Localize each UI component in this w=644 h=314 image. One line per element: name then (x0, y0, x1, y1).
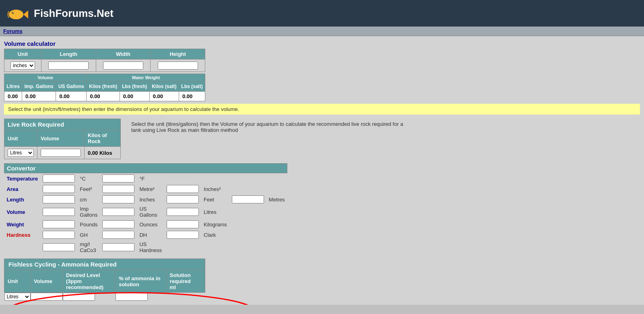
lr-volume-input[interactable] (41, 149, 81, 157)
length-inches-input[interactable] (102, 195, 134, 203)
volume-calculator-section: Volume calculator Unit Length Width Heig… (4, 40, 640, 101)
cycling-volume-input[interactable] (31, 293, 63, 301)
hardness-clark-input[interactable] (167, 231, 199, 239)
hardness-mgcaco3-unit: mg/l CaCo3 (77, 240, 100, 254)
volume-conv-label: Volume (4, 205, 41, 219)
area-feet2-cell (40, 184, 77, 194)
volume-results-table: Volume Water Weight Litres Imp. Gallons … (4, 74, 205, 101)
convertor-section: Convertor Temperature °C °F Area Feet² M… (4, 163, 640, 254)
volume-conv-row: Volume Imp Gallons US Gallons Litres (4, 205, 287, 219)
cycling-desired-cell (63, 293, 116, 301)
live-rock-section: Live Rock Required Unit Volume Kilos of … (4, 119, 640, 159)
height-input[interactable] (158, 62, 198, 70)
cycling-desired-header: Desired Level(3ppm recommended) (63, 270, 116, 293)
vol-litres-cell (164, 205, 201, 219)
hardness-dh-input[interactable] (102, 231, 134, 239)
length-inches-cell (100, 194, 137, 205)
length-header: Length (41, 49, 96, 60)
weight-pounds-input[interactable] (43, 220, 75, 228)
cycling-table: Fishless Cycling - Ammonia Required Unit… (4, 259, 205, 301)
hardness-mgcaco3-input[interactable] (43, 243, 75, 251)
cycling-pct-input[interactable] (116, 293, 148, 301)
live-rock-table-wrap: Live Rock Required Unit Volume Kilos of … (4, 119, 121, 159)
hardness-gh-unit: GH (77, 230, 100, 240)
cycling-pct-cell (116, 293, 166, 301)
cycling-title: Fishless Cycling - Ammonia Required (4, 259, 205, 270)
lr-unit-select[interactable]: Litres Gallons (8, 149, 34, 157)
length-cm-unit: cm (77, 194, 100, 205)
cycling-unit-header: Unit (4, 270, 31, 293)
convertor-title: Convertor (4, 164, 287, 173)
cycling-desired-input[interactable] (63, 293, 95, 301)
temp-f-cell (100, 173, 137, 184)
vol-usgal-input[interactable] (102, 208, 134, 216)
lbs-fresh-col-header: Lbs (fresh) (120, 82, 149, 92)
weight-pounds-cell (40, 219, 77, 230)
header: FishForums.Net (0, 0, 644, 27)
area-feet2-unit: Feet² (77, 184, 100, 194)
volume-group-header: Volume (4, 74, 87, 82)
vol-usgal-cell (100, 205, 137, 219)
litres-value: 0.00 (4, 92, 22, 101)
length-cm-cell (40, 194, 77, 205)
volume-input-table: Unit Length Width Height inches cm ft me… (4, 49, 205, 72)
weight-kg-input[interactable] (167, 220, 199, 228)
weight-ounces-cell (100, 219, 137, 230)
length-metres-input[interactable] (232, 195, 264, 203)
lr-kilos-result: 0.00 Kilos (85, 147, 121, 159)
temperature-row: Temperature °C °F (4, 173, 287, 184)
us-gallons-col-header: US Gallons (56, 82, 87, 92)
live-rock-hint: Select the unit (litres/gallons) then th… (129, 119, 411, 135)
area-metre2-unit: Metre² (137, 184, 164, 194)
area-metre2-cell (100, 184, 137, 194)
vol-litres-input[interactable] (167, 208, 199, 216)
weight-pounds-unit: Pounds (77, 219, 100, 230)
hardness-empty-cell (4, 240, 41, 254)
temperature-label: Temperature (4, 173, 41, 184)
width-input[interactable] (103, 62, 143, 70)
weight-label: Weight (4, 219, 41, 230)
water-weight-group-header: Water Weight (87, 74, 205, 82)
litres-col-header: Litres (4, 82, 22, 92)
area-metre2-input[interactable] (102, 185, 134, 193)
area-inches2-unit: Inches² (201, 184, 229, 194)
area-inches2-input[interactable] (167, 185, 199, 193)
cycling-solution-cell (166, 293, 205, 301)
vol-impgal-input[interactable] (43, 208, 75, 216)
unit-header: Unit (4, 49, 41, 60)
length-input[interactable] (48, 62, 89, 70)
site-title: FishForums.Net (34, 7, 114, 20)
volume-hint: Select the unit (in/cm/ft/metres) then e… (4, 104, 640, 115)
hardness-dh-cell (100, 230, 137, 240)
temp-f-input[interactable] (102, 174, 134, 183)
imp-gallons-col-header: Imp. Gallons (22, 82, 56, 92)
area-feet2-input[interactable] (43, 185, 75, 193)
hardness-gh-input[interactable] (43, 231, 75, 239)
unit-select[interactable]: inches cm ft metres (10, 62, 35, 70)
hardness-ush-input[interactable] (102, 243, 134, 251)
main-content: Volume calculator Unit Length Width Heig… (0, 36, 644, 305)
vol-usgal-unit: US Gallons (137, 205, 164, 219)
area-row: Area Feet² Metre² Inches² (4, 184, 287, 194)
hardness-ush-cell (100, 240, 137, 254)
height-cell (151, 60, 205, 72)
hardness-clark-unit: Clark (201, 230, 229, 240)
weight-ounces-input[interactable] (102, 220, 134, 228)
temp-c-input[interactable] (43, 174, 75, 183)
width-header: Width (96, 49, 151, 60)
cycling-solution-header: Solution requiredml (166, 270, 205, 293)
lr-volume-header: Volume (37, 130, 85, 147)
us-gallons-value: 0.00 (56, 92, 87, 101)
navbar: Forums (0, 27, 644, 36)
lr-unit-header: Unit (4, 130, 37, 147)
lbs-salt-value: 0.00 (179, 92, 205, 101)
length-cm-input[interactable] (43, 195, 75, 203)
kilos-fresh-value: 0.00 (87, 92, 120, 101)
forums-link[interactable]: Forums (3, 28, 23, 34)
length-metres-unit: Metres (266, 194, 287, 205)
temp-c-cell (40, 173, 77, 184)
length-feet-input[interactable] (167, 195, 199, 203)
cycling-unit-select[interactable]: Litres Gallons (4, 293, 31, 301)
lbs-salt-col-header: Lbs (salt) (179, 82, 205, 92)
length-inches-unit: Inches (137, 194, 164, 205)
